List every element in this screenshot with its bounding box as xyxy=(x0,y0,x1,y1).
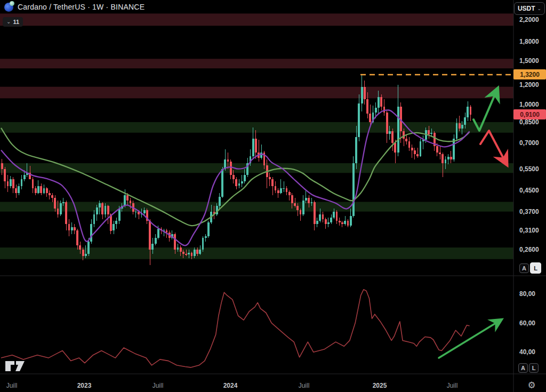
candle-body xyxy=(319,214,321,221)
candle-body xyxy=(180,247,182,252)
candle-body xyxy=(93,214,95,224)
candle-body xyxy=(255,139,257,153)
candle-body xyxy=(411,148,413,150)
candle-body xyxy=(196,250,198,254)
candle-body xyxy=(113,224,115,231)
candle-body xyxy=(49,193,51,196)
candle-body xyxy=(130,201,132,203)
candle-body xyxy=(151,244,154,250)
candle-body xyxy=(37,186,39,193)
candle-body xyxy=(71,227,73,230)
time-axis-label: Juill xyxy=(152,382,164,389)
candle-body xyxy=(126,195,129,201)
price-axis-label: 0,4500 xyxy=(519,187,539,194)
candle-body xyxy=(232,175,235,179)
candle-body xyxy=(467,107,469,117)
log-scale-button-main[interactable]: L xyxy=(530,262,541,274)
bearish-arrow-drawing[interactable] xyxy=(480,131,505,162)
candle-body xyxy=(105,206,107,214)
candle-body xyxy=(330,218,332,222)
rsi-axis-label: 40,00 xyxy=(519,348,535,356)
candle-body xyxy=(12,179,14,188)
demand-zone xyxy=(0,202,513,212)
candle-body xyxy=(244,175,246,181)
candle-body xyxy=(90,224,92,242)
candle-body xyxy=(87,242,90,254)
symbol-title[interactable]: Cardano / TetherUS · 1W · BINANCE xyxy=(18,3,144,11)
indicators-collapse-badge[interactable]: ⌄ 11 xyxy=(3,17,23,27)
time-axis-label: Juill xyxy=(299,382,310,389)
currency-selector-button[interactable]: USDT ⌄ xyxy=(514,2,545,15)
candle-body xyxy=(174,234,176,250)
zones-layer xyxy=(0,13,513,259)
candle-body xyxy=(288,192,291,196)
candle-body xyxy=(177,247,179,250)
candle-body xyxy=(461,125,463,129)
candle-body xyxy=(238,183,240,186)
rsi-bullish-arrow-drawing[interactable] xyxy=(439,321,499,358)
candle-body xyxy=(79,245,81,250)
candle-body xyxy=(241,181,243,183)
tradingview-chart-window: 2,20001,80001,50001,20001,00000,85000,70… xyxy=(0,0,546,392)
time-axis-label: 2025 xyxy=(373,382,387,389)
candle-body xyxy=(344,221,346,224)
candle-body xyxy=(46,188,48,193)
candle-body xyxy=(350,216,352,226)
candle-body xyxy=(416,154,419,156)
main-chart-svg[interactable]: 2,20001,80001,50001,20001,00000,85000,70… xyxy=(0,0,546,392)
candle-body xyxy=(194,250,196,256)
supply-zone xyxy=(0,13,513,26)
supply-zone xyxy=(0,87,513,99)
candle-body xyxy=(441,154,444,163)
tradingview-logo[interactable] xyxy=(5,358,27,372)
candle-body xyxy=(459,123,461,129)
price-axis-label: 0,5500 xyxy=(519,165,539,173)
candle-body xyxy=(408,141,411,148)
rsi-axis-labels[interactable]: 80,0060,0040,00 xyxy=(519,290,535,356)
time-axis-label: Juill xyxy=(6,382,18,389)
time-axis-labels[interactable]: Juill2023Juill2024Juill2025Juill xyxy=(6,382,458,389)
price-axis-label: 1,8000 xyxy=(519,38,539,45)
time-axis-label: Juill xyxy=(447,382,458,389)
candle-body xyxy=(1,163,3,169)
candle-body xyxy=(54,198,56,209)
price-axis-label: 0,3100 xyxy=(519,227,539,234)
candle-body xyxy=(188,253,190,254)
candle-body xyxy=(271,179,274,186)
price-axis-labels[interactable]: 2,20001,80001,50001,20001,00000,85000,70… xyxy=(519,16,539,253)
candle-body xyxy=(7,181,9,186)
price-axis-label: 1,5000 xyxy=(519,57,539,65)
price-axis-label: 1,2000 xyxy=(519,81,539,89)
candle-body xyxy=(361,87,363,103)
candle-body xyxy=(235,179,237,186)
auto-scale-button-main[interactable]: A xyxy=(519,263,529,273)
candle-body xyxy=(389,131,391,134)
candle-body xyxy=(68,224,70,231)
gear-icon[interactable]: ⚙ xyxy=(525,379,538,391)
candle-body xyxy=(40,186,42,193)
candle-body xyxy=(405,139,407,142)
candle-body xyxy=(358,103,360,137)
candle-body xyxy=(269,177,271,179)
candle-body xyxy=(464,117,466,125)
candle-body xyxy=(207,222,210,236)
rsi-axis-label: 60,00 xyxy=(519,319,535,327)
candle-body xyxy=(23,175,26,179)
candle-body xyxy=(107,206,109,214)
candle-body xyxy=(149,221,151,250)
rsi-line[interactable] xyxy=(1,290,470,367)
candle-body xyxy=(260,153,262,158)
candle-body xyxy=(336,212,338,221)
candle-body xyxy=(447,157,449,159)
candle-body xyxy=(316,221,318,224)
auto-scale-button-rsi[interactable]: A xyxy=(518,363,528,373)
candle-body xyxy=(185,254,187,255)
log-scale-button-rsi[interactable]: L xyxy=(529,363,539,373)
candle-body xyxy=(230,162,232,175)
candle-body xyxy=(352,163,355,216)
candle-body xyxy=(286,188,288,192)
candle-body xyxy=(15,188,17,193)
candle-body xyxy=(439,153,441,154)
candle-body xyxy=(450,157,452,159)
candle-body xyxy=(375,108,377,113)
